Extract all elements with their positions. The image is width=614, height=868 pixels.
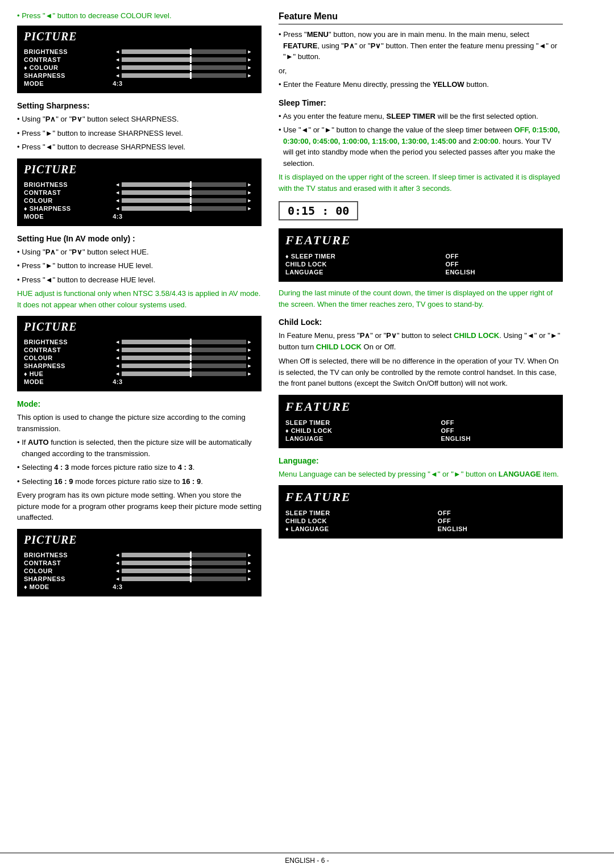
- row-label: COLOUR: [24, 197, 113, 205]
- table-row: CONTRAST ◄►: [24, 56, 255, 64]
- feature-box-1: FEATURE ♦ SLEEP TIMER OFF CHILD LOCK OFF…: [279, 228, 563, 282]
- row-value: ENGLISH: [430, 435, 557, 443]
- row-value: OFF: [434, 252, 556, 260]
- row-bar: ◄►: [113, 559, 255, 567]
- row-label: ♦ SHARPNESS: [24, 205, 113, 212]
- sharpness-bullet-3: Press "◄" button to decrease SHARPNESS l…: [17, 141, 262, 153]
- row-bar: ◄►: [113, 575, 255, 583]
- row-label: CONTRAST: [24, 56, 113, 64]
- row-bar: ◄►: [113, 48, 255, 56]
- table-row: ♦ SHARPNESS ◄►: [24, 205, 255, 212]
- table-row: ♦ MODE 4:3: [24, 583, 255, 591]
- hue-note-green: HUE adjust is functional only when NTSC …: [17, 288, 262, 310]
- row-bar: ◄►: [113, 346, 255, 354]
- mode-bullet-3: Selecting 16 : 9 mode forces picture rat…: [17, 476, 262, 487]
- setting-sharpness-heading: Setting Sharpness:: [17, 101, 262, 110]
- feature-box-1-title: FEATURE: [285, 233, 556, 248]
- feature-menu-bullet-2: Enter the Feature Menu directly, pressin…: [279, 79, 563, 90]
- table-row: SHARPNESS ◄►: [24, 72, 255, 80]
- row-bar: ◄►: [113, 370, 255, 378]
- picture-box-3: PICTURE BRIGHTNESS ◄► CONTRAST ◄►: [17, 316, 262, 391]
- feature-box-3-title: FEATURE: [285, 490, 556, 504]
- row-bar: ◄►: [113, 362, 255, 370]
- table-row: BRIGHTNESS ◄►: [24, 551, 255, 559]
- top-note: • Press "◄" button to decrease COLOUR le…: [17, 11, 262, 20]
- row-value: ENGLISH: [426, 525, 556, 533]
- mode-intro: This option is used to change the pictur…: [17, 412, 262, 434]
- row-label: SLEEP TIMER: [285, 509, 426, 517]
- row-value: OFF: [434, 260, 556, 268]
- table-row: CONTRAST ◄►: [24, 559, 255, 567]
- row-label: LANGUAGE: [285, 268, 434, 276]
- sleep-timer-bullet-2: Use "◄" or "►" button to change the valu…: [279, 124, 563, 169]
- row-label: MODE: [24, 212, 113, 220]
- table-row: BRIGHTNESS ◄►: [24, 181, 255, 189]
- table-row: CHILD LOCK OFF: [285, 260, 556, 268]
- setting-hue-heading: Setting Hue (In AV mode only) :: [17, 234, 262, 243]
- row-value: 4:3: [113, 80, 255, 87]
- table-row: BRIGHTNESS ◄►: [24, 48, 255, 56]
- row-label: ♦ COLOUR: [24, 64, 113, 72]
- row-bar: ◄►: [113, 72, 255, 80]
- row-label: BRIGHTNESS: [24, 181, 113, 189]
- hue-bullet-2: Press "►" button to increase HUE level.: [17, 260, 262, 272]
- footer: ENGLISH - 6 -: [0, 853, 614, 868]
- table-row: MODE 4:3: [24, 80, 255, 87]
- sharpness-bullet-1: Using "P∧" or "P∨" button select SHARPNE…: [17, 114, 262, 125]
- row-label: SHARPNESS: [24, 362, 113, 370]
- row-label: ♦ HUE: [24, 370, 113, 378]
- mode-bullet-2: Selecting 4 : 3 mode forces picture rati…: [17, 462, 262, 473]
- left-column: • Press "◄" button to decrease COLOUR le…: [17, 11, 262, 847]
- row-value: 4:3: [113, 583, 255, 591]
- page: • Press "◄" button to decrease COLOUR le…: [0, 0, 614, 868]
- feature-menu-bullet-1: Press "MENU" button, now you are in main…: [279, 29, 563, 62]
- table-row: LANGUAGE ENGLISH: [285, 268, 556, 276]
- row-label: CONTRAST: [24, 189, 113, 197]
- row-bar: ◄►: [113, 354, 255, 362]
- row-label: BRIGHTNESS: [24, 551, 113, 559]
- row-label: CHILD LOCK: [285, 260, 434, 268]
- child-lock-heading: Child Lock:: [279, 318, 563, 327]
- sharpness-bullet-2: Press "►" button to increase SHARPNESS l…: [17, 128, 262, 139]
- row-bar: ◄►: [113, 338, 255, 346]
- row-bar: ◄►: [113, 189, 255, 197]
- table-row: BRIGHTNESS ◄►: [24, 338, 255, 346]
- table-row: MODE 4:3: [24, 212, 255, 220]
- table-row: ♦ SLEEP TIMER OFF: [285, 252, 556, 260]
- content-area: • Press "◄" button to decrease COLOUR le…: [0, 0, 614, 853]
- table-row: SLEEP TIMER OFF: [285, 419, 556, 427]
- row-label: CONTRAST: [24, 346, 113, 354]
- feature-menu-heading: Feature Menu: [279, 11, 563, 24]
- picture-box-2-title: PICTURE: [24, 163, 255, 176]
- row-bar: ◄►: [113, 551, 255, 559]
- right-column: Feature Menu Press "MENU" button, now yo…: [279, 11, 563, 847]
- language-heading: Language:: [279, 456, 563, 465]
- row-label: SLEEP TIMER: [285, 419, 430, 427]
- feature-box-2-title: FEATURE: [285, 399, 556, 414]
- table-row: COLOUR ◄►: [24, 354, 255, 362]
- table-row: CONTRAST ◄►: [24, 346, 255, 354]
- table-row: LANGUAGE ENGLISH: [285, 435, 556, 443]
- table-row: CONTRAST ◄►: [24, 189, 255, 197]
- picture-box-3-title: PICTURE: [24, 320, 255, 333]
- row-label: BRIGHTNESS: [24, 48, 113, 56]
- row-label: BRIGHTNESS: [24, 338, 113, 346]
- row-label: SHARPNESS: [24, 72, 113, 80]
- picture-box-4: PICTURE BRIGHTNESS ◄► CONTRAST ◄►: [17, 529, 262, 596]
- row-value: ENGLISH: [434, 268, 556, 276]
- picture-box-1: PICTURE BRIGHTNESS ◄► CONTRAST ◄►: [17, 26, 262, 93]
- table-row: ♦ HUE ◄►: [24, 370, 255, 378]
- row-label: CONTRAST: [24, 559, 113, 567]
- footer-text: ENGLISH - 6 -: [285, 857, 329, 865]
- row-bar: ◄►: [113, 56, 255, 64]
- row-label: ♦ MODE: [24, 583, 113, 591]
- table-row: ♦ LANGUAGE ENGLISH: [285, 525, 556, 533]
- row-bar: ◄►: [113, 205, 255, 212]
- table-row: COLOUR ◄►: [24, 567, 255, 575]
- table-row: ♦ CHILD LOCK OFF: [285, 427, 556, 435]
- row-value: OFF: [430, 419, 557, 427]
- child-lock-para-2: When Off is selected, there will be no d…: [279, 356, 563, 389]
- row-bar: ◄►: [113, 181, 255, 189]
- picture-box-4-title: PICTURE: [24, 533, 255, 546]
- hue-bullet-3: Press "◄" button to decrease HUE level.: [17, 274, 262, 286]
